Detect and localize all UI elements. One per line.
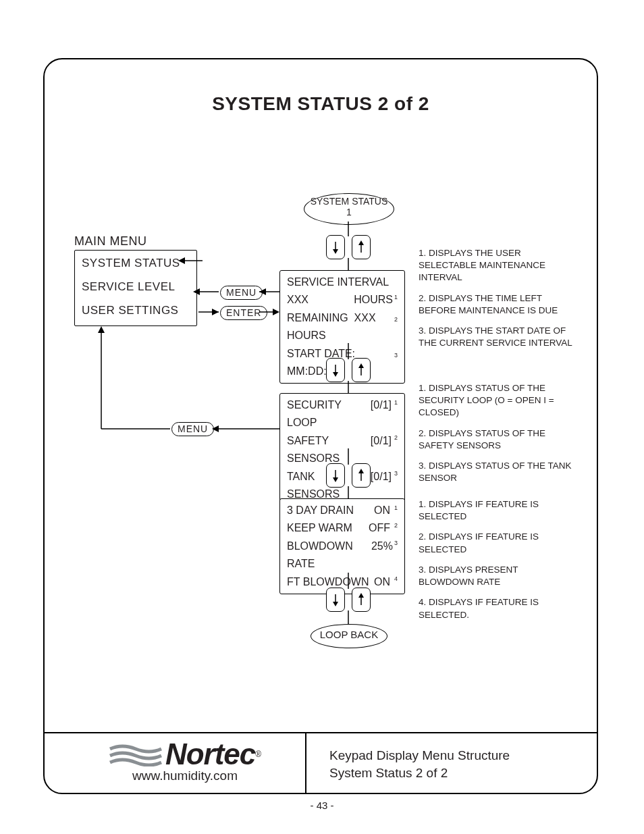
connector-nav2-to-box2 <box>346 381 350 393</box>
nav-pair-3 <box>326 463 371 488</box>
svg-marker-5 <box>259 288 266 295</box>
node-system-status-1-l1: SYSTEM STATUS <box>304 196 394 207</box>
svg-marker-26 <box>98 326 105 333</box>
svc-r2-left: REMAINING <box>287 312 348 323</box>
svc-title: SERVICE INTERVAL <box>287 273 389 291</box>
connector-nav4-to-loopback <box>346 610 350 624</box>
nav-up-1[interactable] <box>352 235 371 259</box>
notes-group-1: 1. DISPLAYS THE USER SELECTABLE MAINTENA… <box>419 247 574 358</box>
svc-r2-sup: 2 <box>394 315 398 325</box>
menu-enter-arrows <box>193 282 281 323</box>
logo-wave-icon <box>109 742 163 766</box>
svg-marker-37 <box>358 593 364 598</box>
menu2-routing-arrows <box>89 326 285 441</box>
screen-features: 3 DAY DRAIN ON1 KEEP WARM OFF2 BLOWDOWN … <box>279 498 405 594</box>
note-3-4: 4. DISPLAYS IF FEATURE IS SELECTED. <box>419 596 574 621</box>
note-3-3: 3. DISPLAYS PRESENT BLOWDOWN RATE <box>419 564 574 588</box>
nav-down-4[interactable] <box>326 588 345 612</box>
sen-r2-left: SAFETY SENSORS <box>287 432 371 468</box>
sen-r1-sup: 1 <box>394 399 398 406</box>
nav-down-1[interactable] <box>326 235 345 259</box>
note-1-2: 2. DISPLAYS THE TIME LEFT BEFORE MAINTEN… <box>419 292 574 317</box>
node-loop-back: LOOP BACK <box>311 624 387 648</box>
menu-item-system-status: SYSTEM STATUS <box>82 252 190 276</box>
nav-up-2[interactable] <box>352 358 371 382</box>
page-number: - 43 - <box>0 800 644 811</box>
menu-item-user-settings: USER SETTINGS <box>82 299 190 323</box>
svg-marker-29 <box>333 477 338 482</box>
nav-down-2[interactable] <box>326 358 345 382</box>
feat-r3-left: BLOWDOWN RATE <box>287 538 371 573</box>
svc-r1-left: XXX <box>287 291 308 309</box>
svg-marker-3 <box>193 288 200 295</box>
svg-marker-12 <box>333 249 338 254</box>
sen-r2-right: [0/1] <box>371 435 392 446</box>
note-2-2: 2. DISPLAYS STATUS OF THE SAFETY SENSORS <box>419 427 574 452</box>
note-2-3: 3. DISPLAYS STATUS OF THE TANK SENSOR <box>419 460 574 484</box>
svg-marker-35 <box>333 602 338 606</box>
svc-r3-sup: 3 <box>394 350 398 361</box>
svg-marker-14 <box>358 240 364 245</box>
note-3-1: 1. DISPLAYS IF FEATURE IS SELECTED <box>419 498 574 523</box>
main-menu-block: MAIN MENU SYSTEM STATUS SERVICE LEVEL US… <box>74 234 203 326</box>
svc-r1-right: HOURS <box>354 294 393 305</box>
logo: Nortec® www.humidity.com <box>84 737 286 783</box>
svg-marker-31 <box>358 469 364 473</box>
node-system-status-1: SYSTEM STATUS 1 <box>304 193 394 225</box>
nav-pair-1 <box>326 235 371 259</box>
feat-r2-left: KEEP WARM <box>287 519 352 537</box>
nav-up-3[interactable] <box>352 463 371 488</box>
connector-box1-to-nav2 <box>346 343 350 359</box>
nav-pair-2 <box>326 358 371 382</box>
notes-group-2: 1. DISPLAYS STATUS OF THE SECURITY LOOP … <box>419 382 574 493</box>
svg-marker-1 <box>178 257 185 264</box>
feat-r4-sup: 4 <box>394 575 398 582</box>
svg-marker-18 <box>333 372 338 377</box>
node-system-status-1-l2: 1 <box>304 207 394 217</box>
feat-r4-right: ON <box>374 576 390 588</box>
nav-down-3[interactable] <box>326 463 345 488</box>
notes-group-3: 1. DISPLAYS IF FEATURE IS SELECTED 2. DI… <box>419 498 574 629</box>
svg-marker-7 <box>212 309 219 315</box>
svg-marker-23 <box>212 425 219 432</box>
svc-r1-sup: 1 <box>394 294 398 301</box>
note-1-1: 1. DISPLAYS THE USER SELECTABLE MAINTENA… <box>419 247 574 284</box>
note-3-2: 2. DISPLAYS IF FEATURE IS SELECTED <box>419 531 574 555</box>
sen-r2-sup: 2 <box>394 434 398 441</box>
footer-line2: System Status 2 of 2 <box>329 764 510 782</box>
feat-r3-right: 25% <box>371 540 393 552</box>
feat-r3-sup: 3 <box>394 540 398 546</box>
feat-r2-sup: 2 <box>394 522 398 529</box>
menu-item-service-level: SERVICE LEVEL <box>82 276 190 299</box>
svg-marker-20 <box>358 363 364 368</box>
sen-r1-left: SECURITY LOOP <box>287 396 371 432</box>
logo-text: Nortec <box>165 737 255 771</box>
connector-nav1-to-box1 <box>346 258 350 270</box>
sen-r1-right: [0/1] <box>371 399 392 411</box>
note-1-3: 3. DISPLAYS THE START DATE OF THE CURREN… <box>419 325 574 349</box>
sen-r3-right: [0/1] <box>371 471 392 482</box>
feat-r1-left: 3 DAY DRAIN <box>287 502 354 519</box>
footer-line1: Keypad Display Menu Structure <box>329 747 510 764</box>
logo-registered-icon: ® <box>255 750 261 759</box>
note-2-1: 1. DISPLAYS STATUS OF THE SECURITY LOOP … <box>419 382 574 419</box>
footer-caption: Keypad Display Menu Structure System Sta… <box>329 747 510 781</box>
connector-ellipse-to-nav <box>346 221 350 236</box>
footer: Nortec® www.humidity.com Keypad Display … <box>45 732 597 793</box>
screen-sensors: SECURITY LOOP [0/1]1 SAFETY SENSORS [0/1… <box>279 393 405 506</box>
svg-marker-9 <box>273 309 279 315</box>
feat-r1-right: ON <box>374 504 390 516</box>
logo-url: www.humidity.com <box>84 768 286 783</box>
nav-up-4[interactable] <box>352 588 371 612</box>
connector-box3-to-nav4 <box>346 573 350 589</box>
feat-r1-sup: 1 <box>394 504 398 511</box>
page-title: SYSTEM STATUS 2 of 2 <box>45 93 597 115</box>
sen-r3-sup: 3 <box>394 470 398 477</box>
connector-nav3-to-box3 <box>346 486 350 498</box>
arrow-left-to-system-status <box>178 256 203 265</box>
feat-r2-right: OFF <box>369 522 390 533</box>
nav-pair-4 <box>326 588 371 612</box>
connector-box2-to-nav3 <box>346 448 350 465</box>
main-menu-heading: MAIN MENU <box>74 234 203 249</box>
page-frame: SYSTEM STATUS 2 of 2 MAIN MENU SYSTEM ST… <box>43 58 598 794</box>
